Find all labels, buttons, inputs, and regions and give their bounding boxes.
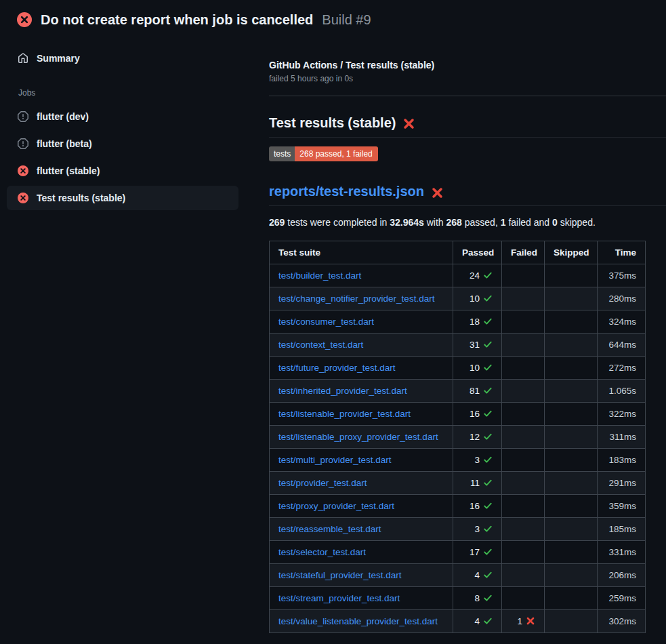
col-header-passed: Passed <box>453 241 502 264</box>
passed-cell: 17 <box>453 541 502 564</box>
failed-count: 1 <box>517 616 522 626</box>
time-cell: 359ms <box>598 495 646 518</box>
failed-cell <box>502 449 545 472</box>
time-cell: 302ms <box>598 610 646 633</box>
run-status-line: failed 5 hours ago in 0s <box>269 74 666 83</box>
suite-cell: test/proxy_provider_test.dart <box>270 495 453 518</box>
suite-cell: test/stateful_provider_test.dart <box>270 564 453 587</box>
suite-link[interactable]: test/future_provider_test.dart <box>278 363 396 373</box>
sidebar-item-summary[interactable]: Summary <box>7 46 238 71</box>
table-row: test/inherited_provider_test.dart 81 1.0… <box>270 380 646 403</box>
passed-cell: 16 <box>453 403 502 426</box>
x-icon <box>526 616 535 626</box>
suite-link[interactable]: test/proxy_provider_test.dart <box>278 501 394 511</box>
summary-passed: 268 <box>446 217 462 228</box>
time-value: 331ms <box>608 547 636 557</box>
suite-link[interactable]: test/stateful_provider_test.dart <box>278 570 402 580</box>
check-icon <box>483 547 493 557</box>
passed-count: 18 <box>470 317 480 327</box>
suite-link[interactable]: test/reassemble_test.dart <box>278 524 381 534</box>
table-row: test/stateful_provider_test.dart 4 206ms <box>270 564 646 587</box>
job-label: flutter (dev) <box>37 111 89 122</box>
passed-count: 12 <box>470 432 480 442</box>
passed-count: 4 <box>474 616 480 626</box>
job-label: Test results (stable) <box>37 193 125 203</box>
passed-cell: 18 <box>453 310 502 334</box>
failed-cell <box>502 357 545 380</box>
table-row: test/reassemble_test.dart 3 185ms <box>270 518 646 541</box>
check-icon <box>483 524 493 534</box>
table-header-row: Test suite Passed Failed Skipped Time <box>270 241 646 264</box>
skipped-cell <box>545 495 598 518</box>
suite-cell: test/multi_provider_test.dart <box>270 449 453 472</box>
time-cell: 1.065s <box>598 380 646 403</box>
suite-link[interactable]: test/selector_test.dart <box>278 547 366 557</box>
table-row: test/provider_test.dart 11 291ms <box>270 472 646 495</box>
suite-cell: test/builder_test.dart <box>270 264 453 287</box>
sidebar-item-flutter-dev[interactable]: flutter (dev) <box>7 104 238 129</box>
suite-link[interactable]: test/builder_test.dart <box>278 270 361 281</box>
failed-cell <box>502 380 545 403</box>
passed-cell: 16 <box>453 495 502 518</box>
breadcrumb: GitHub Actions / Test results (stable) <box>269 60 666 71</box>
suite-link[interactable]: test/context_test.dart <box>278 340 363 350</box>
job-label: flutter (beta) <box>37 138 92 149</box>
suite-link[interactable]: test/consumer_test.dart <box>278 317 374 327</box>
time-value: 206ms <box>608 570 636 580</box>
time-cell: 280ms <box>598 287 646 310</box>
suite-link[interactable]: test/inherited_provider_test.dart <box>278 386 407 396</box>
check-icon <box>483 570 493 580</box>
skipped-cell <box>545 287 598 310</box>
passed-count: 3 <box>474 524 480 534</box>
time-cell: 206ms <box>598 564 646 587</box>
check-icon <box>483 432 493 441</box>
failed-x-circle-icon <box>18 165 28 176</box>
table-row: test/change_notifier_provider_test.dart … <box>270 287 646 310</box>
passed-count: 8 <box>474 593 480 603</box>
sidebar-item-flutter-stable[interactable]: flutter (stable) <box>7 159 238 183</box>
time-cell: 311ms <box>598 426 646 449</box>
suite-link[interactable]: test/listenable_proxy_provider_test.dart <box>278 432 438 442</box>
passed-count: 4 <box>474 570 480 580</box>
check-icon <box>483 363 493 372</box>
failed-cell <box>502 518 545 541</box>
workflow-title: Do not create report when job is cancell… <box>41 12 313 28</box>
failed-x-icon <box>431 186 444 199</box>
suite-link[interactable]: test/change_notifier_provider_test.dart <box>278 294 434 304</box>
suite-link[interactable]: test/provider_test.dart <box>278 478 367 488</box>
check-run-main: GitHub Actions / Test results (stable) f… <box>258 37 666 633</box>
check-icon <box>483 294 493 303</box>
badge-label: tests <box>269 146 295 161</box>
passed-count: 10 <box>470 363 480 373</box>
suite-cell: test/inherited_provider_test.dart <box>270 380 453 403</box>
passed-cell: 3 <box>453 449 502 472</box>
skipped-cell <box>545 449 598 472</box>
suite-link[interactable]: test/stream_provider_test.dart <box>278 593 400 603</box>
time-cell: 322ms <box>598 403 646 426</box>
suite-cell: test/stream_provider_test.dart <box>270 587 453 610</box>
suite-link[interactable]: test/multi_provider_test.dart <box>278 455 392 465</box>
sidebar-item-flutter-beta[interactable]: flutter (beta) <box>7 132 238 156</box>
summary-text: tests were completed in <box>285 217 390 228</box>
job-list: flutter (dev) flutter (beta) flutter (st… <box>7 104 238 210</box>
time-value: 183ms <box>608 455 636 465</box>
report-file-link[interactable]: reports/test-results.json <box>269 184 424 199</box>
time-value: 185ms <box>608 524 636 534</box>
sidebar-item-test-results-stable[interactable]: Test results (stable) <box>7 186 238 210</box>
time-value: 322ms <box>608 409 636 419</box>
time-cell: 183ms <box>598 449 646 472</box>
time-value: 359ms <box>608 501 636 511</box>
table-row: test/value_listenable_provider_test.dart… <box>270 610 646 633</box>
suite-cell: test/future_provider_test.dart <box>270 357 453 380</box>
time-value: 311ms <box>609 432 636 442</box>
failed-cell <box>502 495 545 518</box>
failed-x-circle-icon <box>18 193 28 203</box>
jobs-section-heading: Jobs <box>7 88 238 98</box>
col-header-failed: Failed <box>502 241 545 264</box>
suite-link[interactable]: test/value_listenable_provider_test.dart <box>278 616 438 626</box>
summary-duration: 32.964s <box>390 217 424 228</box>
failed-x-icon <box>402 117 415 130</box>
cancelled-stop-icon <box>18 111 28 122</box>
passed-count: 17 <box>470 547 480 557</box>
suite-link[interactable]: test/listenable_provider_test.dart <box>278 409 411 419</box>
